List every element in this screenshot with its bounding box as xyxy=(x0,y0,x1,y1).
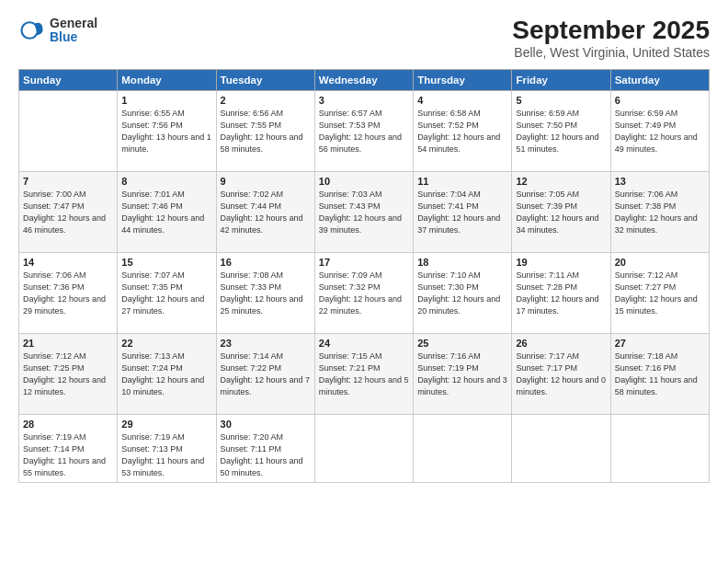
calendar-cell: 23Sunrise: 7:14 AMSunset: 7:22 PMDayligh… xyxy=(216,333,314,414)
logo-icon xyxy=(18,17,44,43)
day-number: 13 xyxy=(615,176,705,187)
week-row-1: 7Sunrise: 7:00 AMSunset: 7:47 PMDaylight… xyxy=(19,171,710,252)
day-number: 20 xyxy=(615,257,705,268)
day-number: 28 xyxy=(23,419,113,430)
calendar-cell: 4Sunrise: 6:58 AMSunset: 7:52 PMDaylight… xyxy=(414,90,512,171)
calendar-cell xyxy=(19,90,118,171)
week-row-0: 1Sunrise: 6:55 AMSunset: 7:56 PMDaylight… xyxy=(19,90,710,171)
cell-sun-info: Sunrise: 6:57 AMSunset: 7:53 PMDaylight:… xyxy=(319,108,409,155)
logo-line1: General xyxy=(50,17,97,30)
calendar-cell: 21Sunrise: 7:12 AMSunset: 7:25 PMDayligh… xyxy=(19,333,118,414)
calendar-cell: 20Sunrise: 7:12 AMSunset: 7:27 PMDayligh… xyxy=(610,252,709,333)
cell-sun-info: Sunrise: 7:06 AMSunset: 7:36 PMDaylight:… xyxy=(23,270,113,317)
calendar-cell: 15Sunrise: 7:07 AMSunset: 7:35 PMDayligh… xyxy=(118,252,216,333)
cell-sun-info: Sunrise: 7:16 AMSunset: 7:19 PMDaylight:… xyxy=(417,350,507,398)
cell-sun-info: Sunrise: 7:04 AMSunset: 7:41 PMDaylight:… xyxy=(417,189,507,236)
calendar-cell xyxy=(610,414,709,482)
day-number: 27 xyxy=(615,338,705,349)
day-header-friday: Friday xyxy=(512,69,610,90)
cell-sun-info: Sunrise: 7:07 AMSunset: 7:35 PMDaylight:… xyxy=(121,270,211,317)
day-number: 7 xyxy=(23,176,113,187)
cell-sun-info: Sunrise: 7:08 AMSunset: 7:33 PMDaylight:… xyxy=(221,270,311,317)
day-number: 10 xyxy=(319,176,409,187)
calendar-cell: 1Sunrise: 6:55 AMSunset: 7:56 PMDaylight… xyxy=(118,90,216,171)
calendar-cell: 6Sunrise: 6:59 AMSunset: 7:49 PMDaylight… xyxy=(610,90,709,171)
calendar-cell: 17Sunrise: 7:09 AMSunset: 7:32 PMDayligh… xyxy=(314,252,413,333)
day-number: 9 xyxy=(221,176,311,187)
cell-sun-info: Sunrise: 6:55 AMSunset: 7:56 PMDaylight:… xyxy=(121,108,211,155)
week-row-3: 21Sunrise: 7:12 AMSunset: 7:25 PMDayligh… xyxy=(19,333,710,414)
calendar-body: 1Sunrise: 6:55 AMSunset: 7:56 PMDaylight… xyxy=(19,90,710,482)
logo-text: General Blue xyxy=(50,17,97,45)
day-number: 1 xyxy=(121,95,211,106)
calendar-cell: 3Sunrise: 6:57 AMSunset: 7:53 PMDaylight… xyxy=(314,90,413,171)
day-number: 12 xyxy=(516,176,606,187)
day-number: 23 xyxy=(221,338,311,349)
day-number: 4 xyxy=(417,95,507,106)
cell-sun-info: Sunrise: 7:13 AMSunset: 7:24 PMDaylight:… xyxy=(121,350,211,398)
cell-sun-info: Sunrise: 7:12 AMSunset: 7:27 PMDaylight:… xyxy=(615,270,705,317)
calendar-cell: 12Sunrise: 7:05 AMSunset: 7:39 PMDayligh… xyxy=(512,171,610,252)
calendar-cell: 26Sunrise: 7:17 AMSunset: 7:17 PMDayligh… xyxy=(512,333,610,414)
calendar-cell: 24Sunrise: 7:15 AMSunset: 7:21 PMDayligh… xyxy=(314,333,413,414)
day-number: 19 xyxy=(516,257,606,268)
calendar-cell: 16Sunrise: 7:08 AMSunset: 7:33 PMDayligh… xyxy=(216,252,314,333)
page-title: September 2025 xyxy=(512,17,710,45)
logo-line2: Blue xyxy=(50,30,97,44)
cell-sun-info: Sunrise: 7:17 AMSunset: 7:17 PMDaylight:… xyxy=(516,350,606,398)
header-row: SundayMondayTuesdayWednesdayThursdayFrid… xyxy=(19,69,710,90)
calendar-cell: 14Sunrise: 7:06 AMSunset: 7:36 PMDayligh… xyxy=(19,252,118,333)
cell-sun-info: Sunrise: 7:01 AMSunset: 7:46 PMDaylight:… xyxy=(121,189,211,236)
day-number: 17 xyxy=(319,257,409,268)
day-header-thursday: Thursday xyxy=(414,69,512,90)
day-number: 26 xyxy=(516,338,606,349)
cell-sun-info: Sunrise: 7:11 AMSunset: 7:28 PMDaylight:… xyxy=(516,270,606,317)
day-number: 6 xyxy=(615,95,705,106)
calendar-cell: 9Sunrise: 7:02 AMSunset: 7:44 PMDaylight… xyxy=(216,171,314,252)
calendar-cell: 27Sunrise: 7:18 AMSunset: 7:16 PMDayligh… xyxy=(610,333,709,414)
week-row-2: 14Sunrise: 7:06 AMSunset: 7:36 PMDayligh… xyxy=(19,252,710,333)
calendar-header: SundayMondayTuesdayWednesdayThursdayFrid… xyxy=(19,69,710,90)
calendar-cell xyxy=(512,414,610,482)
logo: General Blue xyxy=(18,17,97,45)
cell-sun-info: Sunrise: 7:02 AMSunset: 7:44 PMDaylight:… xyxy=(221,189,311,236)
day-number: 16 xyxy=(221,257,311,268)
cell-sun-info: Sunrise: 7:19 AMSunset: 7:14 PMDaylight:… xyxy=(23,431,113,479)
day-number: 15 xyxy=(121,257,211,268)
day-number: 21 xyxy=(23,338,113,349)
calendar-cell: 25Sunrise: 7:16 AMSunset: 7:19 PMDayligh… xyxy=(414,333,512,414)
day-header-sunday: Sunday xyxy=(19,69,118,90)
day-header-wednesday: Wednesday xyxy=(314,69,413,90)
day-number: 29 xyxy=(121,419,211,430)
day-number: 18 xyxy=(417,257,507,268)
calendar-cell: 22Sunrise: 7:13 AMSunset: 7:24 PMDayligh… xyxy=(118,333,216,414)
day-header-tuesday: Tuesday xyxy=(216,69,314,90)
cell-sun-info: Sunrise: 7:15 AMSunset: 7:21 PMDaylight:… xyxy=(319,350,409,398)
calendar-cell: 8Sunrise: 7:01 AMSunset: 7:46 PMDaylight… xyxy=(118,171,216,252)
header: General Blue September 2025 Belle, West … xyxy=(18,17,710,60)
day-number: 5 xyxy=(516,95,606,106)
cell-sun-info: Sunrise: 7:05 AMSunset: 7:39 PMDaylight:… xyxy=(516,189,606,236)
cell-sun-info: Sunrise: 7:00 AMSunset: 7:47 PMDaylight:… xyxy=(23,189,113,236)
calendar-table: SundayMondayTuesdayWednesdayThursdayFrid… xyxy=(18,69,710,483)
day-number: 3 xyxy=(319,95,409,106)
cell-sun-info: Sunrise: 7:09 AMSunset: 7:32 PMDaylight:… xyxy=(319,270,409,317)
page: General Blue September 2025 Belle, West … xyxy=(0,0,728,563)
calendar-cell: 11Sunrise: 7:04 AMSunset: 7:41 PMDayligh… xyxy=(414,171,512,252)
day-number: 24 xyxy=(319,338,409,349)
day-number: 25 xyxy=(417,338,507,349)
calendar-cell: 5Sunrise: 6:59 AMSunset: 7:50 PMDaylight… xyxy=(512,90,610,171)
day-number: 22 xyxy=(121,338,211,349)
cell-sun-info: Sunrise: 6:56 AMSunset: 7:55 PMDaylight:… xyxy=(221,108,311,155)
calendar-cell: 29Sunrise: 7:19 AMSunset: 7:13 PMDayligh… xyxy=(118,414,216,482)
cell-sun-info: Sunrise: 7:20 AMSunset: 7:11 PMDaylight:… xyxy=(221,431,311,479)
calendar-cell: 28Sunrise: 7:19 AMSunset: 7:14 PMDayligh… xyxy=(19,414,118,482)
cell-sun-info: Sunrise: 6:59 AMSunset: 7:49 PMDaylight:… xyxy=(615,108,705,155)
day-header-monday: Monday xyxy=(118,69,216,90)
day-number: 11 xyxy=(417,176,507,187)
page-subtitle: Belle, West Virginia, United States xyxy=(512,45,710,60)
calendar-cell: 13Sunrise: 7:06 AMSunset: 7:38 PMDayligh… xyxy=(610,171,709,252)
cell-sun-info: Sunrise: 6:59 AMSunset: 7:50 PMDaylight:… xyxy=(516,108,606,155)
calendar-cell: 2Sunrise: 6:56 AMSunset: 7:55 PMDaylight… xyxy=(216,90,314,171)
week-row-4: 28Sunrise: 7:19 AMSunset: 7:14 PMDayligh… xyxy=(19,414,710,482)
